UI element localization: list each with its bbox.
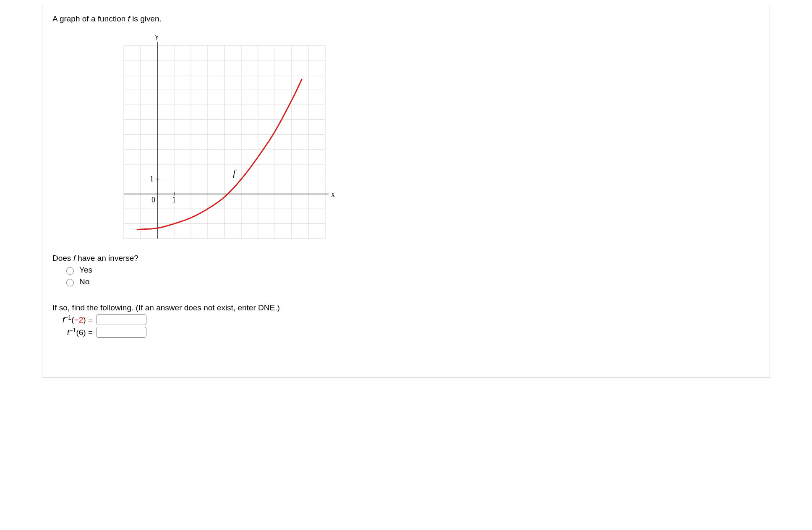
radio-no[interactable]: [66, 279, 74, 286]
prompt-text: A graph of a function f is given.: [52, 14, 760, 24]
eq1-eq: =: [86, 316, 93, 325]
svg-text:1: 1: [150, 175, 154, 183]
answer-input-2[interactable]: [96, 327, 146, 338]
question-panel: A graph of a function f is given. 011yxf…: [42, 4, 770, 378]
eq2-eq: =: [86, 328, 93, 337]
eq2-sup: −1: [69, 327, 76, 333]
inverse-question: Does f have an inverse?: [52, 254, 760, 263]
eq-row-1: f−1(−2) =: [52, 314, 760, 325]
function-graph: 011yxf: [115, 29, 342, 247]
eq1-neg: −2: [74, 316, 84, 325]
prompt-a: A graph of a function: [52, 14, 128, 23]
label-no: No: [79, 277, 89, 286]
chart-container: 011yxf: [115, 29, 760, 247]
prompt-b: is given.: [130, 14, 162, 23]
eq2-val: 6: [79, 328, 84, 337]
option-no-row: No: [64, 277, 760, 286]
svg-text:0: 0: [151, 196, 155, 204]
inv-q-a: Does: [52, 254, 73, 262]
eq-row-2: f−1(6) =: [52, 327, 760, 338]
followup-text: If so, find the following. (If an answer…: [52, 303, 760, 312]
eq2-lhs: f−1(6) =: [52, 327, 93, 337]
svg-text:y: y: [155, 32, 159, 40]
svg-text:1: 1: [172, 196, 176, 204]
answer-input-1[interactable]: [96, 314, 146, 325]
inv-q-b: have an inverse?: [76, 254, 138, 262]
svg-text:x: x: [331, 190, 335, 198]
svg-text:f: f: [233, 168, 237, 178]
eq1-lhs: f−1(−2) =: [52, 314, 93, 325]
eq1-sup: −1: [65, 314, 71, 321]
radio-yes[interactable]: [66, 267, 74, 275]
option-yes-row: Yes: [64, 265, 760, 275]
label-yes: Yes: [79, 265, 92, 275]
